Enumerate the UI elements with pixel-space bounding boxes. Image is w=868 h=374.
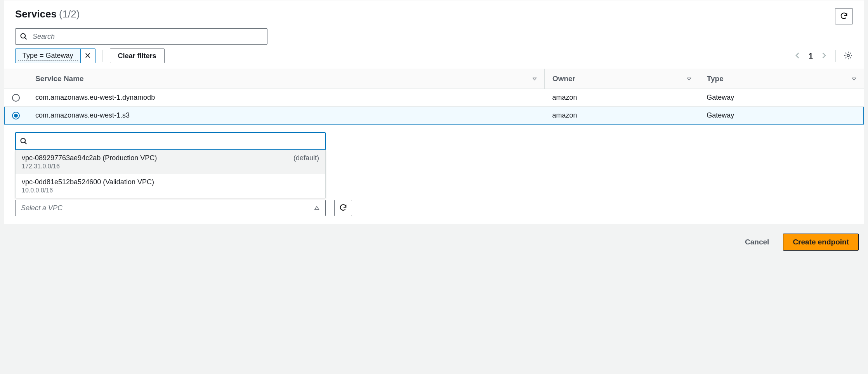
- sort-icon: [851, 76, 857, 81]
- vpc-search-box: [15, 132, 326, 150]
- clear-filters-button[interactable]: Clear filters: [110, 48, 165, 63]
- close-icon: [85, 52, 91, 61]
- vpc-option-cidr: 172.31.0.0/16: [22, 163, 319, 170]
- filter-left: Type = Gateway Clear filters: [15, 48, 165, 63]
- panel-header: Services (1/2): [4, 0, 864, 24]
- filter-chip-remove[interactable]: [80, 49, 95, 63]
- row-radio[interactable]: [12, 112, 20, 119]
- svg-marker-7: [315, 206, 319, 210]
- search-icon: [20, 137, 28, 145]
- refresh-icon: [339, 203, 347, 213]
- vpc-option-row: vpc-089297763ae94c2ab (Production VPC) (…: [22, 154, 319, 162]
- chevron-left-icon: [794, 52, 802, 61]
- cell-service-name: com.amazonaws.eu-west-1.s3: [28, 107, 544, 125]
- vpc-select-placeholder: Select a VPC: [21, 204, 62, 212]
- filter-row: Type = Gateway Clear filters: [4, 45, 864, 69]
- vpc-section: vpc-089297763ae94c2ab (Production VPC) (…: [4, 125, 864, 224]
- vpc-default-tag: (default): [293, 154, 319, 162]
- page-prev[interactable]: [794, 52, 802, 61]
- text-cursor: [34, 137, 34, 145]
- table-row[interactable]: com.amazonaws.eu-west-1.dynamodb amazon …: [4, 89, 864, 107]
- vpc-select-row: Select a VPC: [15, 200, 853, 216]
- search-box: [15, 28, 267, 45]
- th-select: [4, 69, 28, 89]
- panel-count: (1/2): [59, 8, 80, 20]
- panel-title-row: Services (1/2): [15, 8, 80, 20]
- th-label: Service Name: [35, 74, 84, 83]
- svg-line-1: [25, 38, 27, 40]
- vpc-option[interactable]: vpc-0dd81e512ba524600 (Validation VPC) 1…: [16, 174, 325, 198]
- page-next[interactable]: [820, 52, 828, 61]
- gear-icon: [844, 51, 853, 61]
- cell-type: Gateway: [699, 89, 864, 107]
- vpc-select[interactable]: Select a VPC: [15, 200, 326, 216]
- row-radio[interactable]: [12, 94, 20, 102]
- sort-icon: [532, 76, 537, 81]
- th-label: Owner: [552, 74, 575, 83]
- th-owner[interactable]: Owner: [544, 69, 699, 89]
- svg-line-6: [25, 142, 27, 144]
- svg-point-5: [21, 139, 26, 143]
- caret-up-icon: [314, 205, 320, 211]
- svg-point-4: [847, 54, 849, 57]
- settings-button[interactable]: [844, 51, 853, 61]
- services-panel: Services (1/2) Type: [4, 0, 864, 224]
- filter-right: 1: [794, 50, 853, 62]
- cell-owner: amazon: [544, 107, 699, 125]
- services-table: Service Name Owner Type: [4, 69, 864, 125]
- panel-title: Services: [15, 8, 57, 20]
- filter-chip-label[interactable]: Type = Gateway: [18, 51, 78, 61]
- refresh-button[interactable]: [835, 8, 853, 24]
- vpc-option-label: vpc-0dd81e512ba524600 (Validation VPC): [22, 178, 154, 186]
- svg-point-0: [21, 34, 26, 38]
- refresh-icon: [840, 12, 848, 21]
- services-search-input[interactable]: [15, 28, 267, 45]
- search-row: [4, 24, 864, 45]
- vpc-option[interactable]: vpc-089297763ae94c2ab (Production VPC) (…: [16, 150, 325, 174]
- cell-type: Gateway: [699, 107, 864, 125]
- vpc-search-input[interactable]: [15, 132, 326, 150]
- vpc-dropdown-list: vpc-089297763ae94c2ab (Production VPC) (…: [15, 150, 326, 198]
- sort-icon: [686, 76, 692, 81]
- th-type[interactable]: Type: [699, 69, 864, 89]
- cell-service-name: com.amazonaws.eu-west-1.dynamodb: [28, 89, 544, 107]
- cell-owner: amazon: [544, 89, 699, 107]
- filter-chip: Type = Gateway: [15, 48, 95, 63]
- page-number: 1: [809, 52, 813, 61]
- vpc-option-cidr: 10.0.0.0/16: [22, 187, 319, 194]
- radio-dot: [14, 114, 18, 118]
- create-endpoint-button[interactable]: Create endpoint: [783, 234, 859, 251]
- footer-buttons: Cancel Create endpoint: [0, 224, 868, 255]
- pagination: 1: [794, 52, 828, 61]
- table-row[interactable]: com.amazonaws.eu-west-1.s3 amazon Gatewa…: [4, 107, 864, 125]
- th-service-name[interactable]: Service Name: [28, 69, 544, 89]
- vpc-option-row: vpc-0dd81e512ba524600 (Validation VPC): [22, 178, 319, 186]
- divider: [102, 50, 103, 62]
- search-icon: [20, 33, 28, 40]
- vpc-refresh-button[interactable]: [334, 200, 352, 216]
- cancel-button[interactable]: Cancel: [739, 234, 775, 251]
- chevron-right-icon: [820, 52, 828, 61]
- th-label: Type: [707, 74, 724, 83]
- divider: [835, 50, 836, 62]
- vpc-option-label: vpc-089297763ae94c2ab (Production VPC): [22, 154, 157, 162]
